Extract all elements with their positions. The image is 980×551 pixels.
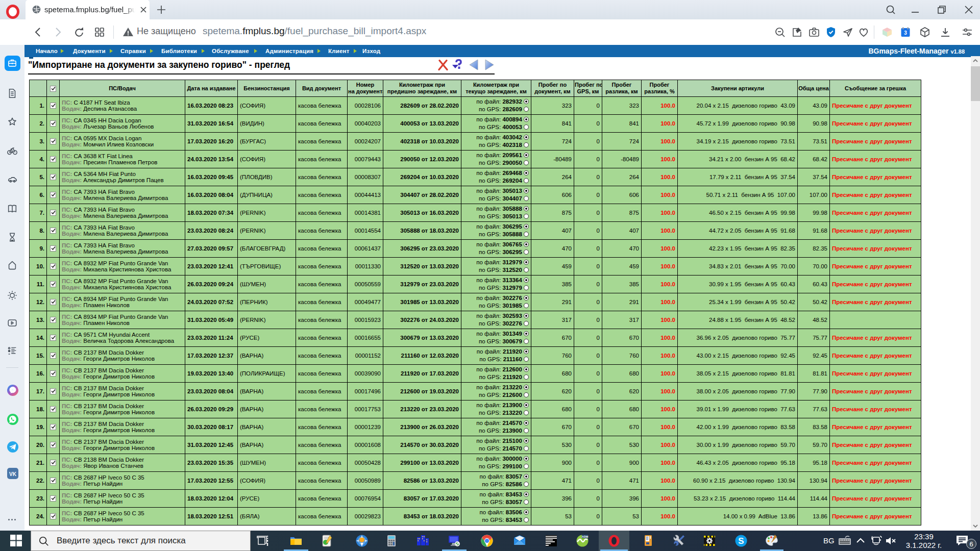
svg-text:3: 3: [904, 30, 907, 36]
svg-text:ADM: ADM: [582, 535, 589, 538]
svg-text:S: S: [738, 536, 744, 546]
svg-text:VK: VK: [9, 471, 17, 477]
